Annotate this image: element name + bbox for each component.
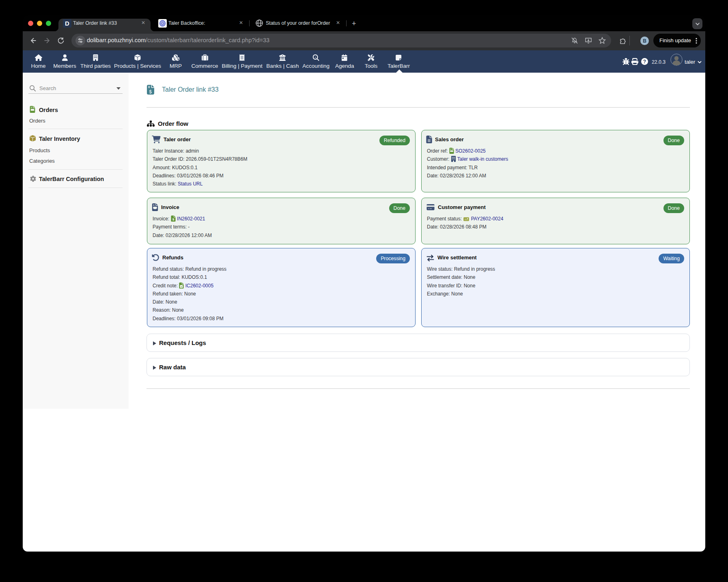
svg-text:?: ? — [643, 59, 646, 65]
svg-text:B: B — [643, 38, 646, 44]
svg-text:D: D — [65, 20, 69, 27]
